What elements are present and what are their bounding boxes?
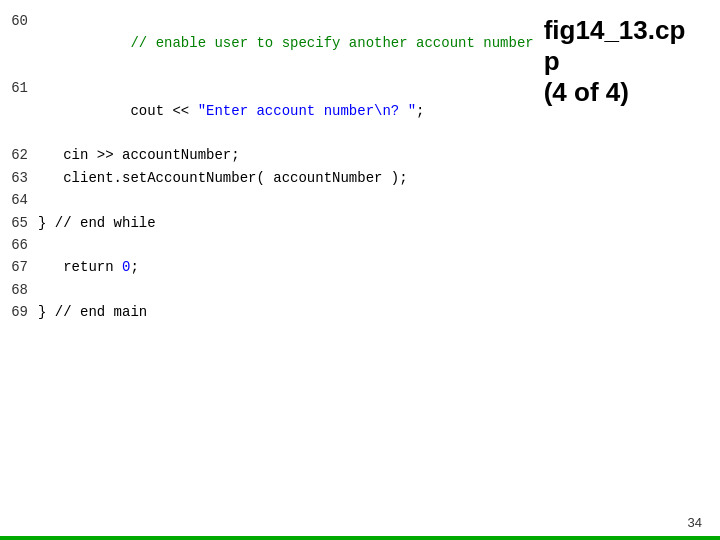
line-content-66 (38, 234, 46, 256)
code-line-69: 69 } // end main (0, 301, 534, 323)
page-number: 34 (688, 515, 702, 530)
code-line-67: 67 return 0; (0, 256, 534, 278)
line-content-64 (38, 189, 46, 211)
code-line-62: 62 cin >> accountNumber; (0, 144, 534, 166)
code-area: 60 // enable user to specify another acc… (0, 0, 534, 540)
line-content-63: client.setAccountNumber( accountNumber )… (38, 167, 408, 189)
line-num-66: 66 (0, 234, 38, 256)
code-line-66: 66 (0, 234, 534, 256)
line-num-60: 60 (0, 10, 38, 77)
slide-container: 60 // enable user to specify another acc… (0, 0, 720, 540)
line-content-69: } // end main (38, 301, 147, 323)
line-num-63: 63 (0, 167, 38, 189)
code-line-61: 61 cout << "Enter account number\n? "; (0, 77, 534, 144)
line-content-61: cout << "Enter account number\n? "; (38, 77, 424, 144)
fig-label-line2: p (544, 46, 560, 76)
line-num-61: 61 (0, 77, 38, 144)
code-line-63: 63 client.setAccountNumber( accountNumbe… (0, 167, 534, 189)
line-content-65: } // end while (38, 212, 156, 234)
line-content-67: return 0; (38, 256, 139, 278)
comment-60: // enable user to specify another accoun… (105, 35, 533, 51)
fig-label: fig14_13.cp p (4 of 4) (544, 15, 686, 109)
code-line-65: 65 } // end while (0, 212, 534, 234)
line-content-62: cin >> accountNumber; (38, 144, 240, 166)
code-line-60: 60 // enable user to specify another acc… (0, 10, 534, 77)
number-lit-67: 0 (122, 259, 130, 275)
line-num-65: 65 (0, 212, 38, 234)
sidebar: fig14_13.cp p (4 of 4) (534, 0, 720, 540)
code-text-61b: ; (416, 103, 424, 119)
string-61: "Enter account number\n? " (198, 103, 416, 119)
line-num-64: 64 (0, 189, 38, 211)
code-line-64: 64 (0, 189, 534, 211)
line-num-62: 62 (0, 144, 38, 166)
line-content-68 (38, 279, 46, 301)
line-num-68: 68 (0, 279, 38, 301)
line-content-60: // enable user to specify another accoun… (38, 10, 534, 77)
fig-label-line1: fig14_13.cp (544, 15, 686, 45)
bottom-bar (0, 536, 720, 540)
line-num-67: 67 (0, 256, 38, 278)
code-text-61a: cout << (105, 103, 197, 119)
fig-label-line3: (4 of 4) (544, 77, 629, 107)
code-line-68: 68 (0, 279, 534, 301)
line-num-69: 69 (0, 301, 38, 323)
